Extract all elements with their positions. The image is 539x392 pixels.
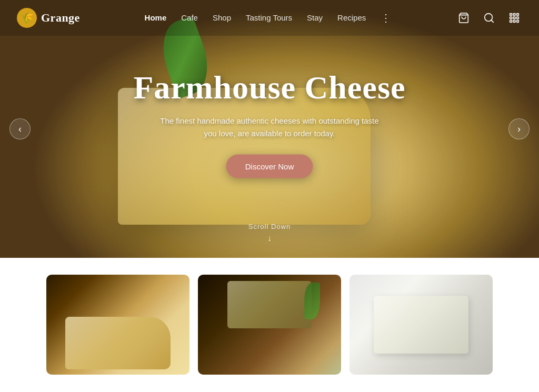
brand-name: Grange xyxy=(41,11,80,25)
next-arrow-icon: › xyxy=(517,124,521,135)
nav-actions xyxy=(456,10,522,26)
scroll-arrow-icon: ↓ xyxy=(248,234,291,243)
svg-rect-11 xyxy=(517,21,519,23)
nav-link-cafe[interactable]: Cafe xyxy=(181,13,198,22)
hero-title: Farmhouse Cheese xyxy=(133,69,405,106)
hero-content: Farmhouse Cheese The finest handmade aut… xyxy=(133,69,405,178)
svg-rect-10 xyxy=(513,21,515,23)
card-2-cheese-visual xyxy=(227,281,312,328)
grid-icon xyxy=(508,12,520,24)
svg-rect-9 xyxy=(510,21,512,23)
card-1-background xyxy=(46,275,189,375)
nav-link-shop[interactable]: Shop xyxy=(213,13,231,22)
svg-rect-7 xyxy=(513,17,515,19)
cart-button[interactable] xyxy=(456,10,472,26)
brand-icon: 🌾 xyxy=(17,8,37,28)
svg-line-2 xyxy=(491,20,493,22)
card-2-herb-visual xyxy=(304,283,320,319)
svg-rect-5 xyxy=(517,14,519,16)
card-2[interactable] xyxy=(198,275,341,375)
card-3-cheese-visual xyxy=(374,296,468,354)
scroll-label: Scroll Down xyxy=(248,223,291,230)
hero-subtitle-line2: you love, are available to order today. xyxy=(204,129,335,138)
svg-rect-6 xyxy=(510,17,512,19)
search-button[interactable] xyxy=(481,10,497,26)
hero-next-button[interactable]: › xyxy=(508,118,530,139)
prev-arrow-icon: ‹ xyxy=(18,124,22,135)
card-1[interactable] xyxy=(46,275,189,375)
nav-link-recipes[interactable]: Recipes xyxy=(337,13,366,22)
card-1-cheese-visual xyxy=(65,317,171,369)
discover-now-button[interactable]: Discover Now xyxy=(226,155,313,178)
navbar: 🌾 Grange Home Cafe Shop Tasting Tours St… xyxy=(0,0,539,36)
nav-more-dots[interactable]: ⋮ xyxy=(381,12,391,24)
nav-link-home[interactable]: Home xyxy=(145,13,167,22)
scroll-down-indicator[interactable]: Scroll Down ↓ xyxy=(248,223,291,243)
hero-prev-button[interactable]: ‹ xyxy=(9,118,31,139)
svg-rect-4 xyxy=(513,14,515,16)
nav-link-tasting-tours[interactable]: Tasting Tours xyxy=(246,13,292,22)
brand-logo[interactable]: 🌾 Grange xyxy=(17,8,80,28)
grid-button[interactable] xyxy=(506,10,522,26)
card-3[interactable] xyxy=(350,275,493,375)
hero-section: ‹ Farmhouse Cheese The finest handmade a… xyxy=(0,0,539,258)
svg-rect-8 xyxy=(517,17,519,19)
card-2-background xyxy=(198,275,341,375)
search-icon xyxy=(483,12,495,24)
nav-links: Home Cafe Shop Tasting Tours Stay Recipe… xyxy=(145,12,392,24)
card-3-background xyxy=(350,275,493,375)
hero-subtitle-line1: The finest handmade authentic cheeses wi… xyxy=(160,116,378,125)
cart-icon xyxy=(458,12,470,24)
svg-rect-3 xyxy=(510,14,512,16)
cards-section xyxy=(0,258,539,392)
hero-subtitle: The finest handmade authentic cheeses wi… xyxy=(133,115,405,140)
nav-link-stay[interactable]: Stay xyxy=(307,13,323,22)
